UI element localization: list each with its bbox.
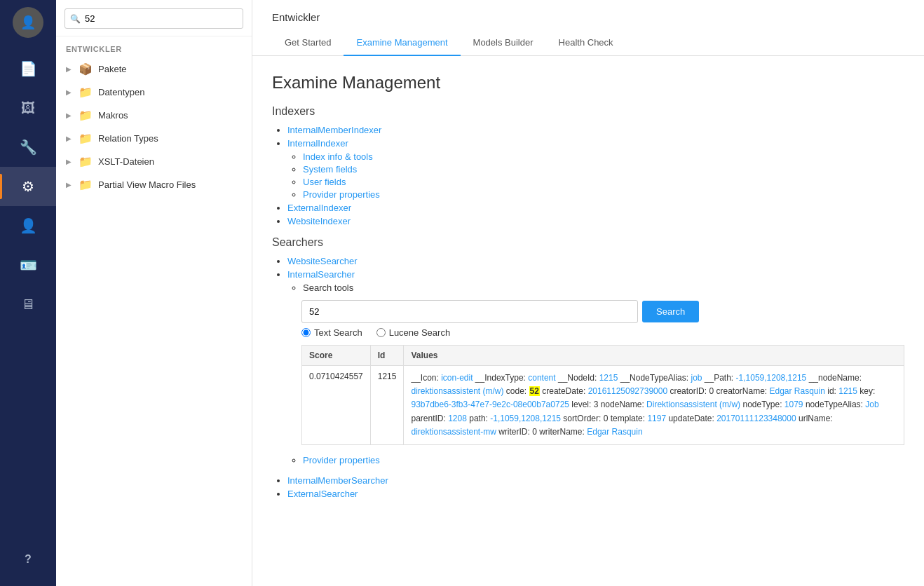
- val-key-link[interactable]: 93b7dbe6-3fb3-47e7-9e2c-08e00b7a0725: [411, 400, 569, 409]
- val-creatorid-label: creatorID: 0 creatorName:: [670, 386, 769, 396]
- val-level-label: level: 3 nodeName:: [571, 400, 646, 409]
- tab-health-check[interactable]: Health Check: [546, 30, 626, 56]
- col-score: Score: [302, 346, 371, 366]
- val-nodetypealias-link[interactable]: job: [691, 373, 702, 383]
- internal-member-indexer-link[interactable]: InternalMemberIndexer: [287, 125, 381, 135]
- sidebar-item-members[interactable]: 👤: [0, 206, 56, 245]
- val-nodename-link[interactable]: direktionsassistent (m/w): [411, 386, 503, 396]
- val-path2-link[interactable]: -1,1059,1208,1215: [490, 414, 561, 423]
- help-icon: ?: [25, 553, 32, 566]
- user-fields-link[interactable]: User fields: [303, 177, 346, 187]
- sidebar-item-pakete[interactable]: ▶ 📦 Pakete: [56, 57, 252, 81]
- table-body: 0.0710424557 1215 __Icon: icon-edit __In…: [302, 366, 904, 445]
- tab-models-builder[interactable]: Models Builder: [461, 30, 546, 56]
- sidebar-item-relation-types[interactable]: ▶ 📁 Relation Types: [56, 127, 252, 150]
- below-searchers-list: InternalMemberSearcher ExternalSearcher: [272, 475, 904, 499]
- sidebar-item-wrench[interactable]: 🔧: [0, 128, 56, 167]
- sidebar-item-deploy[interactable]: 🖥: [0, 285, 56, 324]
- website-indexer-link[interactable]: WebsiteIndexer: [287, 216, 351, 226]
- val-nodetypealias2-link[interactable]: Job: [865, 400, 878, 409]
- forms-icon: 🪪: [20, 257, 37, 273]
- icon-bar: 👤 📄 🖼 🔧 ⚙ 👤 🪪 🖥 ?: [0, 0, 56, 586]
- list-item-internal-indexer: InternalIndexer Index info & tools Syste…: [287, 138, 904, 200]
- list-item-website-indexer: WebsiteIndexer: [287, 216, 904, 226]
- val-icon-link[interactable]: icon-edit: [441, 373, 473, 383]
- sub-item-user-fields: User fields: [303, 177, 904, 187]
- val-createdate-link[interactable]: 20161125092739000: [588, 386, 667, 396]
- tab-examine-management[interactable]: Examine Management: [344, 30, 460, 56]
- val-icon-label: __Icon:: [411, 373, 441, 383]
- val-urlname-link[interactable]: direktionsassistent-mw: [411, 427, 496, 437]
- val-indextype-link[interactable]: content: [528, 373, 555, 383]
- search-input[interactable]: [301, 300, 638, 323]
- list-item-internal-member-indexer: InternalMemberIndexer: [287, 125, 904, 135]
- sidebar-item-makros[interactable]: ▶ 📁 Makros: [56, 104, 252, 127]
- sidebar-item-datentypen[interactable]: ▶ 📁 Datentypen: [56, 81, 252, 104]
- provider-props2-link[interactable]: Provider properties: [303, 455, 380, 465]
- chevron-right-icon-3: ▶: [66, 111, 72, 119]
- chevron-right-icon-4: ▶: [66, 135, 72, 142]
- radio-lucene-search[interactable]: [376, 328, 386, 337]
- internal-searcher-link[interactable]: InternalSearcher: [287, 269, 355, 280]
- val-template-link[interactable]: 1197: [647, 414, 666, 423]
- tab-get-started[interactable]: Get Started: [272, 30, 344, 56]
- sidebar-item-document[interactable]: 📄: [0, 49, 56, 88]
- val-indextype-label: __IndexType:: [475, 373, 528, 383]
- cell-values: __Icon: icon-edit __IndexType: content _…: [404, 366, 904, 445]
- val-id-link[interactable]: 1215: [838, 386, 857, 396]
- val-nodetype-link[interactable]: 1079: [784, 400, 803, 409]
- sidebar-item-partial-view[interactable]: ▶ 📁 Partial View Macro Files: [56, 173, 252, 196]
- radio-text-search-label[interactable]: Text Search: [301, 327, 362, 338]
- radio-lucene-search-label[interactable]: Lucene Search: [376, 327, 450, 338]
- val-id-label: id:: [827, 386, 838, 396]
- val-nodename-label: __nodeName:: [809, 373, 862, 383]
- list-item-internal-searcher: InternalSearcher Search tools Search Tex: [287, 269, 904, 465]
- search-button[interactable]: Search: [642, 301, 699, 322]
- sidebar-item-xslt[interactable]: ▶ 📁 XSLT-Dateien: [56, 150, 252, 173]
- sidebar-item-settings[interactable]: ⚙: [0, 167, 56, 206]
- val-nodeid-link[interactable]: 1215: [599, 373, 618, 383]
- val-creatorname-link[interactable]: Edgar Rasquin: [770, 386, 825, 396]
- external-indexer-link[interactable]: ExternalIndexer: [287, 203, 351, 213]
- below-table-sub-list: Provider properties: [287, 455, 904, 465]
- val-code-label: code:: [506, 386, 529, 396]
- avatar[interactable]: 👤: [13, 7, 43, 38]
- external-searcher-link[interactable]: ExternalSearcher: [287, 489, 358, 499]
- col-id: Id: [370, 346, 404, 366]
- radio-text-search-text: Text Search: [314, 327, 362, 338]
- val-writername-link[interactable]: Edgar Rasquin: [587, 427, 642, 437]
- app-title: Entwickler: [272, 0, 904, 30]
- radio-row: Text Search Lucene Search: [301, 327, 904, 338]
- list-item-internal-member-searcher: InternalMemberSearcher: [287, 475, 904, 486]
- searchers-section-title: Searchers: [272, 236, 904, 249]
- searchers-list: WebsiteSearcher InternalSearcher Search …: [272, 256, 904, 465]
- deploy-icon: 🖥: [21, 297, 35, 313]
- table-header-row: Score Id Values: [302, 346, 904, 366]
- cell-id: 1215: [370, 366, 404, 445]
- system-fields-link[interactable]: System fields: [303, 164, 357, 175]
- internal-indexer-link[interactable]: InternalIndexer: [287, 138, 348, 149]
- sidebar-search-input[interactable]: [64, 8, 243, 29]
- val-path-link[interactable]: -1,1059,1208,1215: [736, 373, 807, 383]
- sidebar-item-label: Pakete: [98, 64, 126, 74]
- val-writerid-label: writerID: 0 writerName:: [498, 427, 587, 437]
- radio-text-search[interactable]: [301, 328, 311, 337]
- internal-searcher-sub: Search tools: [287, 282, 904, 293]
- val-updatedate-link[interactable]: 20170111123348000: [716, 414, 796, 423]
- sidebar-search-area: 🔍: [56, 0, 252, 36]
- val-parentid-link[interactable]: 1208: [448, 414, 467, 423]
- sidebar-item-forms[interactable]: 🪪: [0, 245, 56, 285]
- folder-icon-relation: 📁: [79, 132, 93, 145]
- sidebar-item-image[interactable]: 🖼: [0, 88, 56, 128]
- val-parentid-label: parentID:: [411, 414, 448, 423]
- sidebar-item-label: Partial View Macro Files: [98, 179, 196, 190]
- index-info-link[interactable]: Index info & tools: [303, 151, 373, 162]
- provider-props-link[interactable]: Provider properties: [303, 189, 380, 200]
- website-searcher-link[interactable]: WebsiteSearcher: [287, 256, 357, 266]
- val-nodename2-link[interactable]: Direktionsassistent (m/w): [646, 400, 740, 409]
- below-table: Provider properties: [287, 455, 904, 465]
- main-header: Entwickler Get Started Examine Managemen…: [252, 0, 924, 56]
- internal-member-searcher-link[interactable]: InternalMemberSearcher: [287, 475, 388, 486]
- document-icon: 📄: [20, 60, 37, 77]
- sidebar-item-help[interactable]: ?: [0, 540, 56, 579]
